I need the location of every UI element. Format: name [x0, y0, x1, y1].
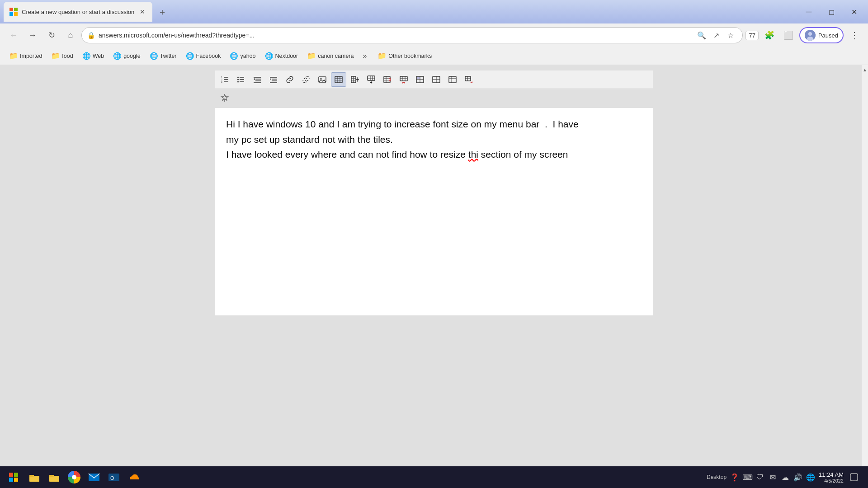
svg-text:O: O — [110, 475, 114, 481]
table-split-button[interactable] — [429, 72, 444, 87]
extensions-button[interactable]: 🧩 — [761, 27, 778, 43]
taskbar-cloud-icon[interactable]: ☁ — [781, 473, 790, 482]
active-tab[interactable]: Create a new question or start a discuss… — [4, 2, 152, 22]
share-icon[interactable]: ↗ — [710, 29, 722, 42]
profile-label: Paused — [818, 32, 838, 39]
bookmark-yahoo[interactable]: 🌐 yahoo — [226, 50, 259, 62]
svg-rect-0 — [9, 8, 13, 11]
table-col-right-button[interactable] — [347, 72, 363, 87]
ordered-list-button[interactable]: 123 — [217, 72, 232, 87]
tab-close-button[interactable]: ✕ — [138, 7, 147, 16]
taskbar: O Desktop ❓ ⌨ 🛡 ✉ ☁ 🔊 🌐 11:24 AM 4/5/202… — [0, 466, 868, 488]
window-controls: ─ ◻ ✕ — [798, 5, 864, 19]
reload-button[interactable]: ↻ — [43, 27, 60, 43]
indent-button[interactable] — [250, 72, 265, 87]
unlink-button[interactable] — [298, 72, 314, 87]
taskbar-mail[interactable] — [85, 467, 103, 487]
start-button[interactable] — [4, 467, 24, 487]
unordered-list-button[interactable] — [233, 72, 249, 87]
scroll-up-button[interactable]: ▲ — [862, 65, 868, 74]
globe-icon: 🌐 — [82, 52, 91, 60]
taskbar-network-icon[interactable]: 🌐 — [806, 473, 815, 482]
table-merge-button[interactable] — [412, 72, 428, 87]
svg-rect-46 — [384, 76, 390, 83]
taskbar-help-icon[interactable]: ❓ — [730, 473, 739, 482]
scrollbar-right[interactable]: ▲ ▼ — [862, 65, 868, 488]
content-area: 123 — [0, 65, 868, 488]
svg-rect-74 — [9, 473, 13, 477]
image-button[interactable] — [315, 72, 330, 87]
bookmark-label: Nextdoor — [275, 53, 298, 59]
lock-icon: 🔒 — [87, 32, 95, 39]
close-button[interactable]: ✕ — [844, 5, 864, 19]
taskbar-mail-icon[interactable]: ✉ — [768, 473, 777, 482]
new-tab-button[interactable]: ＋ — [154, 4, 170, 20]
address-bar[interactable]: 🔒 answers.microsoft.com/en-us/newthread?… — [81, 27, 743, 43]
editor-toolbar-row2 — [215, 89, 653, 108]
taskbar-keyboard-icon[interactable]: ⌨ — [743, 473, 752, 482]
forward-button[interactable]: → — [24, 27, 41, 43]
svg-point-17 — [237, 79, 239, 80]
bookmark-food[interactable]: 📁 food — [47, 50, 76, 62]
bookmark-icon[interactable]: ☆ — [724, 29, 737, 42]
bookmark-facebook[interactable]: 🌐 Facebook — [182, 50, 225, 62]
taskbar-chrome[interactable] — [65, 467, 83, 487]
misspelled-word: thi — [468, 149, 478, 160]
maximize-button[interactable]: ◻ — [821, 5, 842, 19]
bookmark-canon[interactable]: 📁 canon camera — [303, 50, 357, 62]
editor-content-line3: I have looked every where and can not fi… — [226, 147, 642, 162]
search-icon[interactable]: 🔍 — [695, 29, 708, 42]
editor-body[interactable]: Hi I have windows 10 and I am trying to … — [215, 108, 653, 315]
other-bookmarks[interactable]: 📁 Other bookmarks — [374, 50, 435, 62]
link-button[interactable] — [282, 72, 297, 87]
svg-rect-81 — [49, 475, 54, 477]
browser-menu-button[interactable]: ⋮ — [846, 27, 863, 43]
svg-point-5 — [808, 32, 812, 36]
svg-marker-23 — [254, 78, 255, 80]
bookmark-twitter[interactable]: 🌐 Twitter — [146, 50, 180, 62]
profile-button[interactable]: Paused — [799, 27, 844, 43]
taskbar-clock[interactable]: 11:24 AM 4/5/2022 — [819, 471, 844, 483]
bookmark-imported[interactable]: 📁 Imported — [5, 50, 46, 62]
taskbar-defender-icon[interactable]: 🛡 — [755, 473, 764, 482]
address-bar-row: ← → ↻ ⌂ 🔒 answers.microsoft.com/en-us/ne… — [0, 23, 868, 47]
taskbar-file-explorer2[interactable] — [45, 467, 63, 487]
minimize-button[interactable]: ─ — [798, 5, 819, 19]
back-button[interactable]: ← — [5, 27, 22, 43]
address-text: answers.microsoft.com/en-us/newthread?th… — [99, 32, 692, 39]
svg-rect-79 — [29, 475, 34, 477]
pin-button[interactable] — [217, 91, 232, 105]
tab-favicon — [9, 7, 18, 16]
avatar — [805, 30, 816, 41]
folder-icon: 📁 — [51, 52, 60, 60]
bookmark-nextdoor[interactable]: 🌐 Nextdoor — [261, 50, 302, 62]
folder-icon: 📁 — [307, 52, 316, 60]
more-bookmarks-button[interactable]: » — [359, 50, 370, 62]
bookmark-label: Twitter — [160, 53, 177, 59]
desktop-label[interactable]: Desktop — [707, 474, 726, 480]
svg-rect-75 — [14, 473, 18, 477]
taskbar-volume-icon[interactable]: 🔊 — [793, 473, 802, 482]
outdent-button[interactable] — [266, 72, 281, 87]
taskbar-date: 4/5/2022 — [819, 478, 844, 483]
svg-point-18 — [237, 81, 239, 83]
profile-switcher-icon[interactable]: ⬜ — [780, 27, 797, 43]
bookmark-web[interactable]: 🌐 Web — [79, 50, 108, 62]
table-button[interactable] — [331, 72, 346, 87]
table-props-button[interactable] — [445, 72, 460, 87]
folder-icon: 📁 — [377, 52, 387, 60]
table-del-row-button[interactable] — [396, 72, 411, 87]
taskbar-file-explorer[interactable] — [25, 467, 43, 487]
home-button[interactable]: ⌂ — [62, 27, 79, 43]
bookmarks-bar: 📁 Imported 📁 food 🌐 Web 🌐 google 🌐 Twitt… — [0, 47, 868, 65]
table-del-col-button[interactable] — [380, 72, 395, 87]
taskbar-notification-button[interactable] — [847, 467, 861, 487]
svg-point-16 — [237, 77, 239, 78]
bookmark-google[interactable]: 🌐 google — [109, 50, 144, 62]
table-row-below-button[interactable] — [363, 72, 379, 87]
taskbar-onedrive[interactable] — [125, 467, 143, 487]
taskbar-outlook[interactable]: O — [105, 467, 123, 487]
editor-content-line2: my pc set up standard not with the tiles… — [226, 132, 642, 147]
folder-icon: 📁 — [9, 52, 18, 60]
table-del-button[interactable] — [461, 72, 476, 87]
